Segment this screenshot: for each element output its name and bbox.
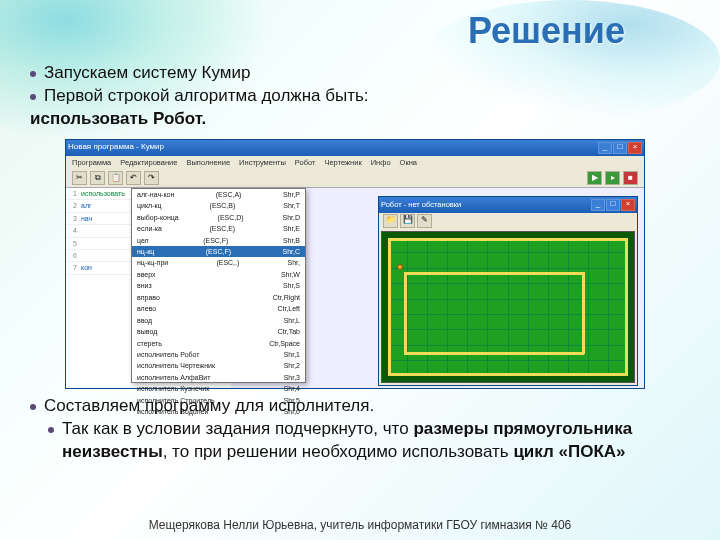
toolbar: ✂ ⧉ 📋 ↶ ↷ ▶ ▸ ■ xyxy=(66,170,644,188)
robot-load-icon[interactable]: 📁 xyxy=(383,214,398,228)
dropdown-item[interactable]: исполнитель АлфаВитShr,3 xyxy=(132,372,305,383)
bullet-dot-icon xyxy=(48,427,54,433)
robot-window-title: Робот - нет обстановки xyxy=(381,200,461,210)
window-title: Новая программа - Кумир xyxy=(68,142,164,153)
dropdown-item[interactable]: вправоCtr,Right xyxy=(132,292,305,303)
menu-item[interactable]: Робот xyxy=(295,158,316,168)
slide-title: Решение xyxy=(468,10,625,52)
menu-item[interactable]: Чертежник xyxy=(324,158,361,168)
dropdown-item[interactable]: выводCtr,Tab xyxy=(132,326,305,337)
dropdown-item[interactable]: исполнитель ЧертежникShr,2 xyxy=(132,360,305,371)
upper-content: Запускаем систему Кумир Первой строкой а… xyxy=(30,62,690,397)
slide-footer: Мещерякова Нелли Юрьевна, учитель информ… xyxy=(0,518,720,532)
bullet-4: Так как в условии задания подчеркнуто, ч… xyxy=(62,418,690,464)
dropdown-item[interactable]: выбор-конца(ESC,D)Shr,D xyxy=(132,212,305,223)
toolbar-undo-icon[interactable]: ↶ xyxy=(126,171,141,185)
toolbar-redo-icon[interactable]: ↷ xyxy=(144,171,159,185)
dropdown-item[interactable]: стеретьCtr,Space xyxy=(132,338,305,349)
minimize-icon[interactable]: _ xyxy=(598,142,612,154)
toolbar-paste-icon[interactable]: 📋 xyxy=(108,171,123,185)
dropdown-item[interactable]: вводShr,L xyxy=(132,315,305,326)
menu-bar: Программа Редактирование Выполнение Инст… xyxy=(66,156,644,170)
toolbar-run-icon[interactable]: ▶ xyxy=(587,171,602,185)
dropdown-item[interactable]: нц-кц-при(ESC,.)Shr, xyxy=(132,257,305,268)
menu-item[interactable]: Программа xyxy=(72,158,111,168)
dropdown-item[interactable]: внизShr,S xyxy=(132,280,305,291)
menu-item[interactable]: Инфо xyxy=(371,158,391,168)
dropdown-item[interactable]: исполнитель РоботShr,1 xyxy=(132,349,305,360)
window-titlebar: Новая программа - Кумир _ □ × xyxy=(66,140,644,156)
dropdown-item[interactable]: влевоCtr,Left xyxy=(132,303,305,314)
menu-item[interactable]: Инструменты xyxy=(239,158,286,168)
menu-item[interactable]: Редактирование xyxy=(120,158,177,168)
robot-marker-icon xyxy=(397,264,403,270)
dropdown-item[interactable]: алг-нач-кон(ESC,A)Shr,P xyxy=(132,189,305,200)
bullet-dot-icon xyxy=(30,404,36,410)
dropdown-item[interactable]: исполнитель КузнечикShr,4 xyxy=(132,383,305,394)
toolbar-cut-icon[interactable]: ✂ xyxy=(72,171,87,185)
maximize-icon[interactable]: □ xyxy=(606,199,620,211)
bullet-1: Запускаем систему Кумир xyxy=(44,62,250,85)
toolbar-step-icon[interactable]: ▸ xyxy=(605,171,620,185)
dropdown-item[interactable]: вверхShr,W xyxy=(132,269,305,280)
insert-dropdown-menu: алг-нач-кон(ESC,A)Shr,Pцикл-кц(ESC,B)Shr… xyxy=(131,188,306,383)
bullet-dot-icon xyxy=(30,94,36,100)
toolbar-copy-icon[interactable]: ⧉ xyxy=(90,171,105,185)
close-icon[interactable]: × xyxy=(628,142,642,154)
robot-window: Робот - нет обстановки _ □ × 📁 💾 ✎ xyxy=(378,196,638,386)
robot-save-icon[interactable]: 💾 xyxy=(400,214,415,228)
lower-content: Составляем программу для исполнителя. Та… xyxy=(30,395,690,464)
maximize-icon[interactable]: □ xyxy=(613,142,627,154)
dropdown-item[interactable]: нц-кц(ESC,F)Shr,C xyxy=(132,246,305,257)
kumir-screenshot: Новая программа - Кумир _ □ × Программа … xyxy=(65,139,645,389)
dropdown-item[interactable]: цикл-кц(ESC,B)Shr,T xyxy=(132,200,305,211)
bullet-2-bold: использовать Робот. xyxy=(30,109,206,128)
menu-item[interactable]: Окна xyxy=(400,158,417,168)
minimize-icon[interactable]: _ xyxy=(591,199,605,211)
bullet-dot-icon xyxy=(30,71,36,77)
dropdown-item[interactable]: если-ка(ESC,E)Shr,E xyxy=(132,223,305,234)
close-icon[interactable]: × xyxy=(621,199,635,211)
dropdown-item[interactable]: цел(ESC,F)Shr,B xyxy=(132,235,305,246)
bullet-2: Первой строкой алгоритма должна быть: xyxy=(44,85,369,108)
bullet-3: Составляем программу для исполнителя. xyxy=(44,395,374,418)
toolbar-stop-icon[interactable]: ■ xyxy=(623,171,638,185)
menu-item[interactable]: Выполнение xyxy=(186,158,230,168)
robot-edit-icon[interactable]: ✎ xyxy=(417,214,432,228)
